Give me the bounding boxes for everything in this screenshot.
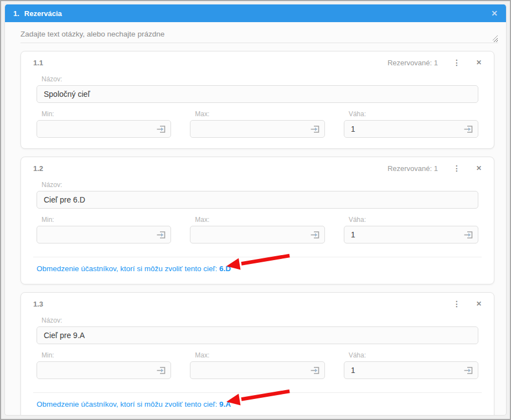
stepper-button[interactable] xyxy=(156,230,167,240)
restriction-label: Obmedzenie účastníkov, ktorí si môžu zvo… xyxy=(37,400,217,408)
min-field: Min: xyxy=(37,103,171,138)
weight-field: Váha: xyxy=(344,344,478,379)
max-field: Max: xyxy=(190,344,324,379)
max-field: Max: xyxy=(190,103,324,138)
min-input[interactable] xyxy=(37,226,171,243)
name-label: Názov: xyxy=(42,317,478,324)
card-number: 1.2 xyxy=(33,164,43,173)
number-fields-row: Min: xyxy=(37,103,478,138)
stepper-button[interactable] xyxy=(463,124,474,134)
name-input[interactable] xyxy=(37,85,478,103)
restriction-class: 6.D xyxy=(219,265,231,273)
max-input[interactable] xyxy=(190,120,324,138)
weight-label: Váha: xyxy=(349,351,478,359)
card-fields: Názov: Min: xyxy=(33,317,482,379)
min-label: Min: xyxy=(42,110,171,118)
weight-field: Váha: xyxy=(344,209,478,243)
card-close-icon[interactable]: ✕ xyxy=(476,59,482,66)
max-label: Max: xyxy=(195,351,324,359)
name-input[interactable] xyxy=(37,326,478,344)
reserved-badge: Rezervované: 1 xyxy=(388,59,438,67)
card-number: 1.1 xyxy=(33,59,43,67)
number-stepper-icon xyxy=(463,365,474,376)
weight-input[interactable] xyxy=(344,361,478,379)
name-input[interactable] xyxy=(37,191,478,209)
stepper-button[interactable] xyxy=(463,230,474,240)
name-label: Názov: xyxy=(42,181,478,189)
weight-label: Váha: xyxy=(349,110,478,118)
red-annotation-arrow xyxy=(225,388,292,407)
max-input[interactable] xyxy=(190,226,324,243)
goal-card-1-1: 1.1 Rezervované: 1 ⋮ ✕ Názov: Min: xyxy=(20,51,494,149)
weight-input[interactable] xyxy=(344,120,478,138)
goal-card-1-2: 1.2 Rezervované: 1 ⋮ ✕ Názov: Min: xyxy=(20,157,494,284)
min-label: Min: xyxy=(42,351,171,359)
dialog-close-icon[interactable]: ✕ xyxy=(491,9,498,17)
min-field: Min: xyxy=(37,209,171,243)
red-annotation-arrow xyxy=(225,252,292,271)
question-text-input[interactable] xyxy=(20,27,498,43)
card-header: 1.1 Rezervované: 1 ⋮ ✕ xyxy=(33,57,482,68)
min-input[interactable] xyxy=(37,361,171,379)
card-close-icon[interactable]: ✕ xyxy=(476,300,482,307)
stepper-button[interactable] xyxy=(463,365,474,376)
weight-label: Váha: xyxy=(349,216,478,224)
card-header: 1.2 Rezervované: 1 ⋮ ✕ xyxy=(33,163,482,174)
min-input[interactable] xyxy=(37,120,171,138)
dialog-title: Rezervácia xyxy=(24,9,62,18)
kebab-menu-icon[interactable]: ⋮ xyxy=(453,164,461,172)
min-label: Min: xyxy=(42,216,171,224)
number-fields-row: Min: xyxy=(37,344,478,379)
number-stepper-icon xyxy=(310,230,321,240)
restriction-class: 9.A xyxy=(219,400,231,408)
reserved-badge: Rezervované: 1 xyxy=(388,164,438,173)
stepper-button[interactable] xyxy=(156,124,167,134)
restriction-label: Obmedzenie účastníkov, ktorí si môžu zvo… xyxy=(37,265,217,273)
weight-input[interactable] xyxy=(344,226,478,243)
number-fields-row: Min: xyxy=(37,209,478,243)
kebab-menu-icon[interactable]: ⋮ xyxy=(453,59,461,66)
number-stepper-icon xyxy=(156,124,167,134)
stepper-button[interactable] xyxy=(156,365,167,376)
stepper-button[interactable] xyxy=(310,124,321,134)
card-close-icon[interactable]: ✕ xyxy=(476,165,482,172)
restriction-link[interactable]: Obmedzenie účastníkov, ktorí si môžu zvo… xyxy=(37,265,231,273)
dialog-header: 1. Rezervácia ✕ xyxy=(5,4,506,22)
question-section xyxy=(5,22,506,44)
dialog-title-number: 1. xyxy=(13,9,19,18)
stepper-button[interactable] xyxy=(310,230,321,240)
min-field: Min: xyxy=(37,344,171,379)
max-label: Max: xyxy=(195,216,324,224)
weight-field: Váha: xyxy=(344,103,478,138)
kebab-menu-icon[interactable]: ⋮ xyxy=(453,300,461,308)
goal-card-1-3: 1.3 ⋮ ✕ Názov: Min: xyxy=(20,292,494,416)
card-fields: Názov: Min: xyxy=(33,75,482,138)
stepper-button[interactable] xyxy=(310,365,321,376)
goal-cards: 1.1 Rezervované: 1 ⋮ ✕ Názov: Min: xyxy=(5,44,506,416)
number-stepper-icon xyxy=(310,365,321,376)
number-stepper-icon xyxy=(156,230,167,240)
max-label: Max: xyxy=(195,110,324,118)
max-field: Max: xyxy=(190,209,324,243)
card-number: 1.3 xyxy=(33,300,43,308)
number-stepper-icon xyxy=(463,124,474,134)
restriction-row: Obmedzenie účastníkov, ktorí si môžu zvo… xyxy=(33,257,482,273)
restriction-row: Obmedzenie účastníkov, ktorí si môžu zvo… xyxy=(33,392,482,409)
reservation-dialog: 1. Rezervácia ✕ 1.1 Rezervované: 1 ⋮ ✕ N… xyxy=(4,4,507,416)
max-input[interactable] xyxy=(190,361,324,379)
card-fields: Názov: Min: xyxy=(33,181,482,243)
number-stepper-icon xyxy=(310,124,321,134)
number-stepper-icon xyxy=(156,365,167,376)
name-label: Názov: xyxy=(42,75,478,83)
number-stepper-icon xyxy=(463,230,474,240)
card-header: 1.3 ⋮ ✕ xyxy=(33,298,482,309)
restriction-link[interactable]: Obmedzenie účastníkov, ktorí si môžu zvo… xyxy=(37,400,231,408)
